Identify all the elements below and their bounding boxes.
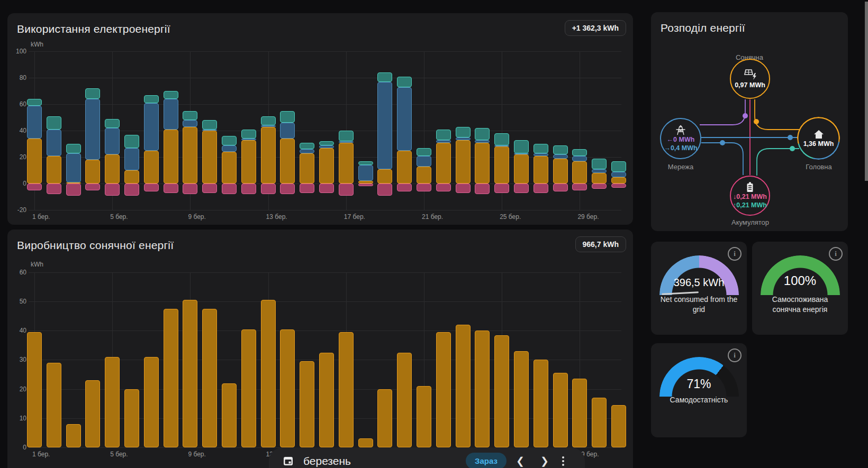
bar-segment[interactable] [300, 361, 314, 447]
bar-segment[interactable] [66, 144, 81, 153]
bar-segment[interactable] [241, 130, 256, 139]
bar-segment[interactable] [183, 183, 197, 194]
bar-segment[interactable] [183, 111, 197, 121]
bar-segment[interactable] [592, 169, 607, 173]
bar-segment[interactable] [319, 183, 334, 193]
bar-segment[interactable] [164, 183, 178, 193]
bar-segment[interactable] [27, 183, 42, 190]
bar-segment[interactable] [66, 153, 81, 182]
bar-segment[interactable] [261, 127, 276, 184]
bar-segment[interactable] [124, 170, 139, 183]
bar-segment[interactable] [592, 159, 607, 169]
bar-segment[interactable] [300, 153, 314, 184]
calendar-icon[interactable] [283, 455, 294, 466]
bar-segment[interactable] [358, 165, 373, 181]
bar-segment[interactable] [280, 111, 295, 123]
bar-segment[interactable] [319, 145, 334, 148]
bar-segment[interactable] [47, 183, 61, 194]
bar-segment[interactable] [339, 183, 354, 196]
bar-segment[interactable] [436, 130, 451, 140]
bar-segment[interactable] [534, 153, 548, 156]
bar-segment[interactable] [222, 152, 237, 183]
bar-segment[interactable] [417, 386, 431, 447]
bar-segment[interactable] [377, 82, 392, 169]
bar-segment[interactable] [105, 119, 120, 129]
bar-segment[interactable] [300, 149, 314, 153]
bar-segment[interactable] [475, 128, 490, 140]
bar-segment[interactable] [319, 353, 334, 447]
bar-segment[interactable] [377, 169, 392, 184]
bar-segment[interactable] [475, 331, 490, 447]
bar-segment[interactable] [85, 380, 100, 447]
bar-segment[interactable] [397, 87, 412, 151]
bar-segment[interactable] [417, 183, 431, 191]
bar-segment[interactable] [105, 128, 120, 154]
bar-segment[interactable] [222, 383, 237, 447]
home-node[interactable]: 1,36 MWh [799, 118, 838, 158]
bar-segment[interactable] [300, 183, 314, 193]
bar-segment[interactable] [202, 120, 217, 130]
bar-segment[interactable] [611, 161, 626, 172]
bar-segment[interactable] [397, 77, 412, 87]
bar-segment[interactable] [436, 140, 451, 143]
bar-segment[interactable] [85, 88, 100, 99]
bar-segment[interactable] [456, 325, 471, 447]
bar-segment[interactable] [27, 139, 42, 183]
bar-segment[interactable] [261, 183, 276, 194]
bar-segment[interactable] [358, 161, 373, 166]
bar-segment[interactable] [339, 332, 354, 447]
bar-segment[interactable] [494, 183, 509, 193]
bar-segment[interactable] [183, 300, 197, 447]
bar-segment[interactable] [183, 120, 197, 127]
bar-segment[interactable] [494, 146, 509, 183]
solar-node[interactable]: 0,97 MWh [730, 59, 770, 99]
bar-segment[interactable] [534, 360, 548, 447]
bar-segment[interactable] [66, 183, 81, 196]
bar-segment[interactable] [475, 143, 490, 184]
bar-segment[interactable] [592, 398, 607, 447]
bar-segment[interactable] [105, 183, 120, 196]
bar-segment[interactable] [85, 160, 100, 183]
bar-segment[interactable] [358, 183, 373, 186]
bar-segment[interactable] [124, 148, 139, 171]
bar-segment[interactable] [417, 156, 431, 167]
bar-segment[interactable] [572, 161, 587, 184]
bar-segment[interactable] [475, 140, 490, 143]
bar-segment[interactable] [202, 130, 217, 131]
bar-segment[interactable] [611, 405, 626, 447]
bar-segment[interactable] [417, 167, 431, 184]
bar-segment[interactable] [280, 329, 295, 447]
bar-segment[interactable] [553, 159, 568, 184]
bar-segment[interactable] [514, 153, 529, 155]
bar-segment[interactable] [514, 154, 529, 183]
bar-segment[interactable] [553, 373, 568, 447]
bar-segment[interactable] [47, 156, 61, 184]
bar-segment[interactable] [514, 183, 529, 193]
bar-segment[interactable] [397, 183, 412, 191]
bar-segment[interactable] [27, 106, 42, 139]
bar-segment[interactable] [280, 183, 295, 194]
bar-segment[interactable] [592, 173, 607, 183]
bar-segment[interactable] [300, 143, 314, 150]
bar-segment[interactable] [339, 143, 354, 184]
bar-segment[interactable] [456, 183, 471, 193]
bar-segment[interactable] [124, 389, 139, 447]
bar-segment[interactable] [66, 424, 81, 447]
bar-segment[interactable] [261, 116, 276, 126]
bar-segment[interactable] [319, 148, 334, 184]
bar-segment[interactable] [534, 183, 548, 193]
month-picker[interactable]: березень [303, 455, 351, 467]
bar-segment[interactable] [377, 389, 392, 447]
grid-node[interactable]: ←0 MWh →0,4 MWh [660, 118, 701, 159]
bar-segment[interactable] [572, 379, 587, 447]
bar-segment[interactable] [280, 123, 295, 139]
bar-segment[interactable] [241, 183, 256, 194]
bar-segment[interactable] [124, 183, 139, 196]
bar-segment[interactable] [534, 156, 548, 184]
bar-segment[interactable] [611, 183, 626, 188]
bar-segment[interactable] [164, 309, 178, 447]
bar-segment[interactable] [456, 127, 471, 137]
bar-segment[interactable] [47, 130, 61, 156]
bar-segment[interactable] [572, 183, 587, 190]
bar-segment[interactable] [572, 156, 587, 161]
